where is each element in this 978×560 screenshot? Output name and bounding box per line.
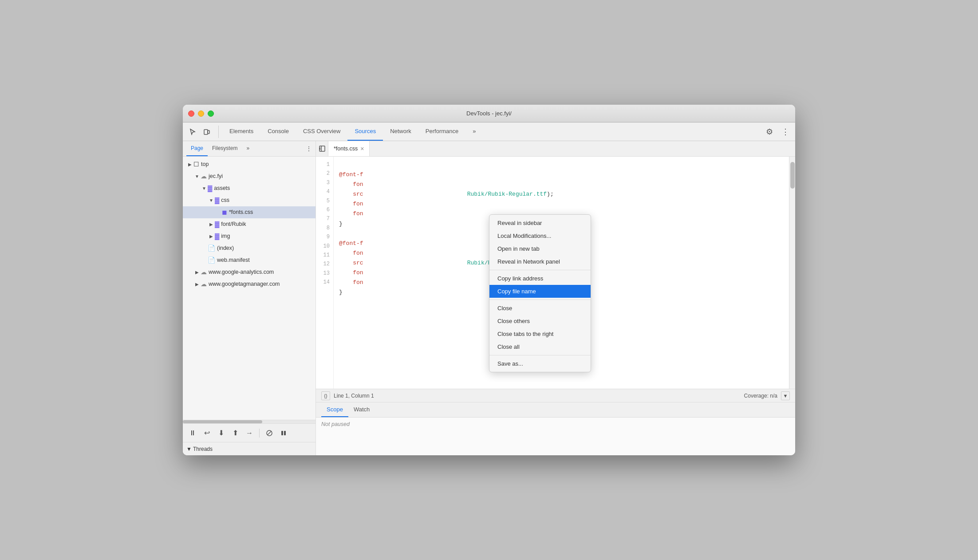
tree-item-assets[interactable]: ▼ ▓ assets	[183, 182, 315, 194]
pause-exceptions-button[interactable]	[277, 427, 290, 439]
debugger-tab-bar: Scope Watch	[316, 402, 795, 418]
cloud-icon-gtm: ☁	[201, 280, 207, 289]
sidebar-scrollbar[interactable]	[183, 420, 315, 423]
tab-css-overview[interactable]: CSS Overview	[296, 122, 348, 141]
folder-icon-assets: ▓	[208, 184, 212, 193]
tree-item-css[interactable]: ▼ ▓ css	[183, 194, 315, 206]
svg-line-3	[268, 431, 271, 435]
minimize-button[interactable]	[198, 110, 204, 117]
ctx-close-all[interactable]: Close all	[489, 340, 591, 353]
tree-item-gtm[interactable]: ▶ ☁ www.googletagmanager.com	[183, 278, 315, 290]
tab-elements[interactable]: Elements	[222, 122, 260, 141]
ctx-open-new-tab[interactable]: Open in new tab	[489, 242, 591, 255]
ctx-reveal-sidebar[interactable]: Reveal in sidebar	[489, 217, 591, 229]
debugger-right-pane: Scope Watch Not paused	[316, 402, 795, 455]
step-over-button[interactable]: ↩	[201, 427, 213, 439]
ctx-close[interactable]: Close	[489, 302, 591, 315]
svg-rect-4	[281, 431, 283, 435]
tree-label-font-rubik: font/Rubik	[221, 220, 246, 229]
file-icon-manifest: 📄	[208, 256, 215, 265]
cloud-icon-analytics: ☁	[201, 268, 207, 277]
toolbar-icons	[186, 126, 219, 138]
debugger-tab-watch[interactable]: Watch	[348, 402, 375, 417]
expand-arrow-index	[201, 245, 208, 252]
tab-sources[interactable]: Sources	[347, 122, 383, 141]
context-menu: Reveal in sidebar Local Modifications...…	[489, 214, 591, 372]
svg-rect-0	[204, 130, 208, 134]
expand-arrow-analytics: ▶	[193, 269, 201, 276]
editor-tab-close[interactable]: ×	[360, 145, 364, 152]
coverage-icon[interactable]: ▼	[781, 391, 790, 400]
ctx-close-others[interactable]: Close others	[489, 315, 591, 327]
cloud-icon-jec: ☁	[201, 172, 207, 181]
tree-label-analytics: www.google-analytics.com	[209, 268, 274, 276]
status-bar-right: Coverage: n/a ▼	[744, 391, 790, 400]
tab-more[interactable]: »	[465, 122, 483, 141]
ctx-save-as[interactable]: Save as...	[489, 357, 591, 370]
tab-network[interactable]: Network	[383, 122, 418, 141]
sidebar-tab-page[interactable]: Page	[186, 141, 208, 156]
tree-label-assets: assets	[214, 184, 230, 193]
expand-arrow-fonts	[215, 209, 222, 216]
cursor-icon[interactable]	[186, 126, 199, 138]
editor-tab-fonts-css[interactable]: *fonts.css ×	[328, 141, 370, 156]
tree-item-fonts-css[interactable]: ◼ *fonts.css	[183, 206, 315, 218]
ctx-reveal-network[interactable]: Reveal in Network panel	[489, 255, 591, 268]
ctx-copy-link[interactable]: Copy link address	[489, 272, 591, 285]
window-title: DevTools - jec.fyi/	[466, 110, 512, 117]
sources-sidebar: Page Filesystem » ⋮ ▶ ☐ t	[183, 141, 316, 455]
format-button[interactable]: {}	[321, 391, 330, 400]
tree-label-gtm: www.googletagmanager.com	[209, 280, 280, 288]
expand-arrow-assets: ▼	[201, 185, 208, 192]
expand-arrow-manifest	[201, 257, 208, 264]
sidebar-tab-filesystem[interactable]: Filesystem	[208, 141, 242, 156]
sidebar-tab-more[interactable]: »	[242, 141, 254, 156]
ctx-separator-3	[489, 355, 591, 355]
status-bar-left: {} Line 1, Column 1	[321, 391, 374, 400]
tree-label-manifest: web.manifest	[217, 256, 250, 264]
ctx-copy-filename[interactable]: Copy file name	[489, 285, 591, 298]
tree-item-jec-fyi[interactable]: ▼ ☁ jec.fyi	[183, 170, 315, 182]
step-button[interactable]: →	[243, 427, 256, 439]
tree-item-web-manifest[interactable]: 📄 web.manifest	[183, 254, 315, 266]
tree-label-jec: jec.fyi	[209, 172, 223, 181]
tree-item-top[interactable]: ▶ ☐ top	[183, 158, 315, 170]
folder-icon-font-rubik: ▓	[215, 220, 219, 229]
frame-icon: ☐	[193, 160, 199, 169]
editor-scroll-thumb	[790, 162, 795, 189]
tab-performance[interactable]: Performance	[418, 122, 465, 141]
ctx-close-right[interactable]: Close tabs to the right	[489, 327, 591, 340]
sidebar-menu-button[interactable]: ⋮	[306, 145, 312, 152]
tree-item-google-analytics[interactable]: ▶ ☁ www.google-analytics.com	[183, 266, 315, 278]
tab-console[interactable]: Console	[260, 122, 296, 141]
editor-scrollbar[interactable]	[789, 157, 795, 389]
maximize-button[interactable]	[208, 110, 214, 117]
tree-item-index[interactable]: 📄 (index)	[183, 242, 315, 254]
position-label: Line 1, Column 1	[334, 393, 374, 399]
main-area: Page Filesystem » ⋮ ▶ ☐ t	[183, 141, 795, 455]
expand-arrow-jec: ▼	[193, 173, 201, 180]
tree-label-fonts: *fonts.css	[229, 208, 253, 217]
sidebar-scroll-thumb	[183, 420, 262, 423]
device-toolbar-icon[interactable]	[201, 126, 213, 138]
step-out-button[interactable]: ⬆	[229, 427, 241, 439]
devtools-window: DevTools - jec.fyi/ Elements Console	[183, 105, 795, 455]
tree-item-img[interactable]: ▶ ▓ img	[183, 230, 315, 242]
customize-icon[interactable]: ⋮	[779, 126, 792, 138]
pause-button[interactable]: ⏸	[186, 427, 199, 439]
step-into-button[interactable]: ⬇	[215, 427, 227, 439]
settings-icon[interactable]: ⚙	[763, 126, 776, 138]
ctx-local-modifications[interactable]: Local Modifications...	[489, 229, 591, 242]
debugger-tab-scope[interactable]: Scope	[321, 402, 348, 417]
svg-rect-1	[208, 130, 209, 134]
folder-icon-css: ▓	[215, 196, 219, 205]
expand-arrow-gtm: ▶	[193, 281, 201, 288]
deactivate-button[interactable]	[263, 427, 276, 439]
sidebar-toggle-icon[interactable]	[316, 141, 328, 156]
sidebar-tab-bar: Page Filesystem » ⋮	[183, 141, 315, 157]
titlebar: DevTools - jec.fyi/	[183, 105, 795, 122]
close-button[interactable]	[188, 110, 194, 117]
debug-divider-1	[259, 429, 260, 438]
svg-rect-5	[284, 431, 286, 435]
tree-item-font-rubik[interactable]: ▶ ▓ font/Rubik	[183, 218, 315, 230]
